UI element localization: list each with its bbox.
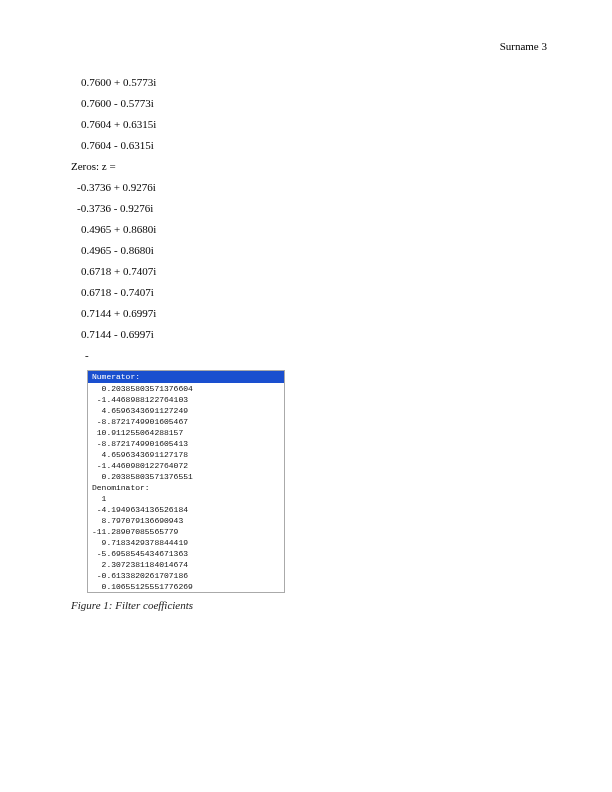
numerator-value: -8.8721749901605467 <box>88 416 284 427</box>
denominator-value: 1 <box>88 493 284 504</box>
numerator-value: 0.20385803571376604 <box>88 383 284 394</box>
dash-line: - <box>71 345 541 366</box>
figure-caption: Figure 1: Filter coefficients <box>71 599 541 611</box>
denominator-value: -5.6958545434671363 <box>88 548 284 559</box>
denominator-value: -4.1949634136526184 <box>88 504 284 515</box>
numerator-value: -1.4468988122764103 <box>88 394 284 405</box>
numerator-value: 4.6596343691127249 <box>88 405 284 416</box>
pole-value: 0.7604 + 0.6315i <box>71 114 541 135</box>
numerator-value: -8.8721749901605413 <box>88 438 284 449</box>
zero-value: 0.7144 - 0.6997i <box>71 324 541 345</box>
main-content: 0.7600 + 0.5773i 0.7600 - 0.5773i 0.7604… <box>71 72 541 611</box>
header-page: 3 <box>542 40 548 52</box>
zero-value: 0.6718 + 0.7407i <box>71 261 541 282</box>
zero-value: -0.3736 + 0.9276i <box>71 177 541 198</box>
numerator-value: 0.20385803571376551 <box>88 471 284 482</box>
numerator-value: 10.911255064288157 <box>88 427 284 438</box>
denominator-label: Denominator: <box>88 482 284 493</box>
denominator-value: 8.797079136690943 <box>88 515 284 526</box>
zero-value: -0.3736 - 0.9276i <box>71 198 541 219</box>
zero-value: 0.7144 + 0.6997i <box>71 303 541 324</box>
denominator-value: -0.6133820261707186 <box>88 570 284 581</box>
denominator-value: 0.10655125551776269 <box>88 581 284 592</box>
zero-value: 0.4965 + 0.8680i <box>71 219 541 240</box>
zero-value: 0.4965 - 0.8680i <box>71 240 541 261</box>
numerator-value: 4.6596343691127178 <box>88 449 284 460</box>
pole-value: 0.7604 - 0.6315i <box>71 135 541 156</box>
denominator-value: -11.28907085565779 <box>88 526 284 537</box>
header-surname: Surname <box>500 40 539 52</box>
denominator-value: 2.3072381184014674 <box>88 559 284 570</box>
coefficients-panel: Numerator: 0.20385803571376604 -1.446898… <box>87 370 285 593</box>
page-header: Surname 3 <box>500 40 547 52</box>
numerator-value: -1.4460980122764072 <box>88 460 284 471</box>
pole-value: 0.7600 - 0.5773i <box>71 93 541 114</box>
pole-value: 0.7600 + 0.5773i <box>71 72 541 93</box>
zeros-label: Zeros: z = <box>71 156 541 177</box>
zero-value: 0.6718 - 0.7407i <box>71 282 541 303</box>
numerator-label: Numerator: <box>88 371 284 383</box>
denominator-value: 9.7183429378844419 <box>88 537 284 548</box>
